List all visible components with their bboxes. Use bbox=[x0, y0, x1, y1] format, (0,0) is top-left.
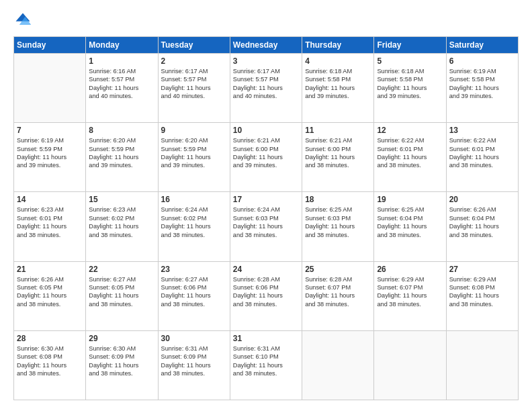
calendar-cell: 7Sunrise: 6:19 AMSunset: 5:59 PMDaylight… bbox=[14, 123, 86, 192]
day-number: 16 bbox=[161, 195, 227, 204]
calendar-cell: 25Sunrise: 6:28 AMSunset: 6:07 PMDayligh… bbox=[302, 261, 374, 330]
calendar-cell: 10Sunrise: 6:21 AMSunset: 6:00 PMDayligh… bbox=[230, 123, 302, 192]
day-number: 14 bbox=[17, 195, 83, 204]
day-number: 21 bbox=[17, 265, 83, 274]
weekday-header-row: SundayMondayTuesdayWednesdayThursdayFrid… bbox=[14, 37, 519, 54]
calendar-cell: 14Sunrise: 6:23 AMSunset: 6:01 PMDayligh… bbox=[14, 192, 86, 261]
weekday-friday: Friday bbox=[374, 37, 446, 54]
day-number: 19 bbox=[377, 195, 443, 204]
calendar-week-1: 1Sunrise: 6:16 AMSunset: 5:57 PMDaylight… bbox=[14, 54, 519, 123]
calendar-cell: 8Sunrise: 6:20 AMSunset: 5:59 PMDaylight… bbox=[86, 123, 158, 192]
weekday-tuesday: Tuesday bbox=[158, 37, 230, 54]
cell-content: Sunrise: 6:29 AMSunset: 6:07 PMDaylight:… bbox=[377, 275, 443, 309]
day-number: 8 bbox=[89, 126, 154, 135]
weekday-monday: Monday bbox=[86, 37, 158, 54]
cell-content: Sunrise: 6:26 AMSunset: 6:05 PMDaylight:… bbox=[17, 275, 83, 309]
calendar-week-4: 21Sunrise: 6:26 AMSunset: 6:05 PMDayligh… bbox=[14, 261, 519, 330]
calendar-cell: 12Sunrise: 6:22 AMSunset: 6:01 PMDayligh… bbox=[374, 123, 446, 192]
calendar-week-5: 28Sunrise: 6:30 AMSunset: 6:08 PMDayligh… bbox=[14, 330, 519, 400]
day-number: 6 bbox=[449, 56, 515, 66]
day-number: 30 bbox=[161, 334, 227, 343]
calendar-cell: 24Sunrise: 6:28 AMSunset: 6:06 PMDayligh… bbox=[230, 261, 302, 330]
cell-content: Sunrise: 6:20 AMSunset: 5:59 PMDaylight:… bbox=[161, 136, 227, 170]
cell-content: Sunrise: 6:27 AMSunset: 6:05 PMDaylight:… bbox=[89, 275, 154, 309]
day-number: 1 bbox=[89, 56, 154, 66]
day-number: 12 bbox=[377, 126, 443, 135]
day-number: 27 bbox=[449, 265, 515, 274]
calendar-cell: 11Sunrise: 6:21 AMSunset: 6:00 PMDayligh… bbox=[302, 123, 374, 192]
cell-content: Sunrise: 6:29 AMSunset: 6:08 PMDaylight:… bbox=[449, 275, 515, 309]
calendar-week-3: 14Sunrise: 6:23 AMSunset: 6:01 PMDayligh… bbox=[14, 192, 519, 261]
cell-content: Sunrise: 6:19 AMSunset: 5:58 PMDaylight:… bbox=[449, 67, 515, 101]
weekday-sunday: Sunday bbox=[14, 37, 86, 54]
cell-content: Sunrise: 6:18 AMSunset: 5:58 PMDaylight:… bbox=[377, 67, 443, 101]
cell-content: Sunrise: 6:22 AMSunset: 6:01 PMDaylight:… bbox=[377, 136, 443, 170]
calendar-cell: 16Sunrise: 6:24 AMSunset: 6:02 PMDayligh… bbox=[158, 192, 230, 261]
cell-content: Sunrise: 6:31 AMSunset: 6:10 PMDaylight:… bbox=[233, 345, 299, 378]
day-number: 23 bbox=[161, 265, 227, 274]
day-number: 11 bbox=[305, 126, 371, 135]
day-number: 28 bbox=[17, 334, 83, 343]
cell-content: Sunrise: 6:24 AMSunset: 6:02 PMDaylight:… bbox=[161, 205, 227, 239]
day-number: 18 bbox=[305, 195, 371, 204]
cell-content: Sunrise: 6:25 AMSunset: 6:03 PMDaylight:… bbox=[305, 205, 371, 239]
calendar-cell: 3Sunrise: 6:17 AMSunset: 5:57 PMDaylight… bbox=[230, 54, 302, 123]
cell-content: Sunrise: 6:26 AMSunset: 6:04 PMDaylight:… bbox=[449, 205, 515, 239]
day-number: 5 bbox=[377, 56, 443, 66]
calendar-cell: 5Sunrise: 6:18 AMSunset: 5:58 PMDaylight… bbox=[374, 54, 446, 123]
day-number: 3 bbox=[233, 56, 299, 66]
cell-content: Sunrise: 6:27 AMSunset: 6:06 PMDaylight:… bbox=[161, 275, 227, 309]
calendar-cell: 1Sunrise: 6:16 AMSunset: 5:57 PMDaylight… bbox=[86, 54, 158, 123]
day-number: 20 bbox=[449, 195, 515, 204]
day-number: 10 bbox=[233, 126, 299, 135]
cell-content: Sunrise: 6:17 AMSunset: 5:57 PMDaylight:… bbox=[161, 67, 227, 101]
cell-content: Sunrise: 6:21 AMSunset: 6:00 PMDaylight:… bbox=[305, 136, 371, 170]
calendar-cell bbox=[446, 330, 518, 400]
calendar-table: SundayMondayTuesdayWednesdayThursdayFrid… bbox=[13, 36, 519, 400]
cell-content: Sunrise: 6:24 AMSunset: 6:03 PMDaylight:… bbox=[233, 205, 299, 239]
day-number: 13 bbox=[449, 126, 515, 135]
page: SundayMondayTuesdayWednesdayThursdayFrid… bbox=[0, 0, 532, 411]
calendar-cell: 2Sunrise: 6:17 AMSunset: 5:57 PMDaylight… bbox=[158, 54, 230, 123]
calendar-cell: 6Sunrise: 6:19 AMSunset: 5:58 PMDaylight… bbox=[446, 54, 518, 123]
calendar-cell: 9Sunrise: 6:20 AMSunset: 5:59 PMDaylight… bbox=[158, 123, 230, 192]
calendar-week-2: 7Sunrise: 6:19 AMSunset: 5:59 PMDaylight… bbox=[14, 123, 519, 192]
calendar-cell: 31Sunrise: 6:31 AMSunset: 6:10 PMDayligh… bbox=[230, 330, 302, 400]
cell-content: Sunrise: 6:16 AMSunset: 5:57 PMDaylight:… bbox=[89, 67, 154, 101]
cell-content: Sunrise: 6:17 AMSunset: 5:57 PMDaylight:… bbox=[233, 67, 299, 101]
calendar-cell bbox=[374, 330, 446, 400]
day-number: 22 bbox=[89, 265, 154, 274]
weekday-saturday: Saturday bbox=[446, 37, 518, 54]
calendar-cell: 26Sunrise: 6:29 AMSunset: 6:07 PMDayligh… bbox=[374, 261, 446, 330]
cell-content: Sunrise: 6:21 AMSunset: 6:00 PMDaylight:… bbox=[233, 136, 299, 170]
day-number: 7 bbox=[17, 126, 83, 135]
cell-content: Sunrise: 6:28 AMSunset: 6:07 PMDaylight:… bbox=[305, 275, 371, 309]
calendar-cell: 29Sunrise: 6:30 AMSunset: 6:09 PMDayligh… bbox=[86, 330, 158, 400]
calendar-cell: 18Sunrise: 6:25 AMSunset: 6:03 PMDayligh… bbox=[302, 192, 374, 261]
cell-content: Sunrise: 6:25 AMSunset: 6:04 PMDaylight:… bbox=[377, 205, 443, 239]
cell-content: Sunrise: 6:31 AMSunset: 6:09 PMDaylight:… bbox=[161, 345, 227, 378]
calendar-cell bbox=[302, 330, 374, 400]
calendar-cell: 19Sunrise: 6:25 AMSunset: 6:04 PMDayligh… bbox=[374, 192, 446, 261]
day-number: 26 bbox=[377, 265, 443, 274]
weekday-thursday: Thursday bbox=[302, 37, 374, 54]
day-number: 25 bbox=[305, 265, 371, 274]
calendar-cell: 4Sunrise: 6:18 AMSunset: 5:58 PMDaylight… bbox=[302, 54, 374, 123]
calendar-cell bbox=[14, 54, 86, 123]
cell-content: Sunrise: 6:23 AMSunset: 6:01 PMDaylight:… bbox=[17, 205, 83, 239]
day-number: 15 bbox=[89, 195, 154, 204]
calendar-cell: 21Sunrise: 6:26 AMSunset: 6:05 PMDayligh… bbox=[14, 261, 86, 330]
cell-content: Sunrise: 6:28 AMSunset: 6:06 PMDaylight:… bbox=[233, 275, 299, 309]
day-number: 2 bbox=[161, 56, 227, 66]
logo-icon bbox=[13, 11, 32, 30]
cell-content: Sunrise: 6:22 AMSunset: 6:01 PMDaylight:… bbox=[449, 136, 515, 170]
cell-content: Sunrise: 6:19 AMSunset: 5:59 PMDaylight:… bbox=[17, 136, 83, 170]
cell-content: Sunrise: 6:18 AMSunset: 5:58 PMDaylight:… bbox=[305, 67, 371, 101]
cell-content: Sunrise: 6:30 AMSunset: 6:09 PMDaylight:… bbox=[89, 345, 154, 378]
day-number: 9 bbox=[161, 126, 227, 135]
cell-content: Sunrise: 6:20 AMSunset: 5:59 PMDaylight:… bbox=[89, 136, 154, 170]
day-number: 29 bbox=[89, 334, 154, 343]
day-number: 31 bbox=[233, 334, 299, 343]
calendar-cell: 17Sunrise: 6:24 AMSunset: 6:03 PMDayligh… bbox=[230, 192, 302, 261]
calendar-cell: 15Sunrise: 6:23 AMSunset: 6:02 PMDayligh… bbox=[86, 192, 158, 261]
